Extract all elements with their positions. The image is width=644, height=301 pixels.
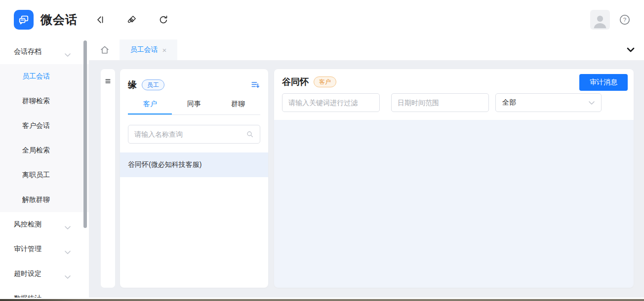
sidebar-item-resigned-employee[interactable]: 离职员工 xyxy=(0,163,89,188)
sidebar-subitem-label: 全局检索 xyxy=(22,146,50,155)
sidebar-subitem-label: 解散群聊 xyxy=(22,195,50,204)
sidebar-item-session-archive[interactable]: 会话存档 xyxy=(0,39,89,64)
contact-name: 谷同怀(微必知科技客服) xyxy=(128,160,201,169)
app-logo xyxy=(14,10,34,30)
contacts-panel-header: 缘 员工 xyxy=(128,79,260,91)
contact-list: 谷同怀(微必知科技客服) xyxy=(120,152,268,177)
keyword-filter-box xyxy=(282,93,380,112)
tabbar-chevron-down-icon[interactable] xyxy=(627,46,635,54)
contacts-panel: 缘 员工 客户 同事 群聊 谷同怀(微必知科技客服) xyxy=(120,69,268,288)
conversation-filters: 全部 xyxy=(282,93,626,112)
sidebar-item-employee-session[interactable]: 员工会话 xyxy=(0,64,89,89)
sidebar-item-risk-control[interactable]: 风控检测 xyxy=(0,212,89,237)
tab-colleagues[interactable]: 同事 xyxy=(172,100,216,114)
conversation-header: 谷同怀 客户 审计消息 全部 xyxy=(274,69,634,120)
home-icon[interactable] xyxy=(100,45,110,55)
conversation-title: 谷同怀 xyxy=(282,76,309,88)
chevron-down-icon xyxy=(65,50,71,58)
menu-fold-icon[interactable] xyxy=(105,78,111,84)
tab-customers[interactable]: 客户 xyxy=(128,100,172,114)
main-content: 缘 员工 客户 同事 群聊 谷同怀(微必知科技客服) xyxy=(89,60,644,298)
tab-employee-session[interactable]: 员工会话 × xyxy=(120,39,177,60)
keyword-filter-input[interactable] xyxy=(288,99,378,107)
sidebar-submenu-archive: 员工会话 群聊检索 客户会话 全局检索 离职员工 解散群聊 xyxy=(0,64,89,212)
sidebar-item-customer-session[interactable]: 客户会话 xyxy=(0,113,89,138)
sidebar-item-audit-management[interactable]: 审计管理 xyxy=(0,237,89,262)
user-avatar[interactable] xyxy=(590,10,610,30)
chat-bubbles-icon xyxy=(17,13,30,26)
header-toolbar xyxy=(95,15,168,25)
refresh-icon[interactable] xyxy=(159,15,168,25)
message-area xyxy=(274,120,634,288)
conversation-title-row: 谷同怀 客户 xyxy=(282,76,626,88)
select-value: 全部 xyxy=(502,98,516,107)
tab-bar: 员工会话 × xyxy=(89,39,644,60)
chevron-down-icon xyxy=(65,272,71,280)
sidebar-subitem-label: 离职员工 xyxy=(22,171,50,180)
person-icon xyxy=(592,13,608,30)
audit-message-button[interactable]: 审计消息 xyxy=(579,74,628,91)
sidebar-item-data-statistics[interactable]: 数据统计 xyxy=(0,286,89,298)
sidebar-item-label: 会话存档 xyxy=(14,47,41,56)
svg-text:?: ? xyxy=(623,17,626,23)
sidebar-scrollbar-thumb[interactable] xyxy=(83,40,87,228)
sidebar-item-dissolved-group[interactable]: 解散群聊 xyxy=(0,188,89,212)
chevron-down-icon xyxy=(65,223,71,231)
sidebar-item-group-search[interactable]: 群聊检索 xyxy=(0,89,89,113)
collapse-sidebar-icon[interactable] xyxy=(95,15,105,25)
contact-search-input[interactable] xyxy=(134,130,246,138)
list-item[interactable]: 谷同怀(微必知科技客服) xyxy=(120,152,268,177)
chevron-down-icon xyxy=(65,248,71,256)
contact-type-tabs: 客户 同事 群聊 xyxy=(128,100,260,115)
tab-label: 员工会话 xyxy=(130,45,158,54)
sidebar-item-label: 超时设定 xyxy=(14,269,41,278)
tab-group-chats[interactable]: 群聊 xyxy=(216,100,260,114)
tab-close-icon[interactable]: × xyxy=(162,46,167,54)
sort-icon[interactable] xyxy=(250,80,260,90)
sidebar-item-timeout-settings[interactable]: 超时设定 xyxy=(0,262,89,286)
message-type-select[interactable]: 全部 xyxy=(495,93,602,112)
sidebar-item-label: 审计管理 xyxy=(14,245,41,254)
employee-badge: 员工 xyxy=(142,79,164,90)
taskbar-edge xyxy=(0,299,644,301)
app-title: 微会话 xyxy=(40,12,78,28)
help-icon[interactable]: ? xyxy=(618,13,631,26)
panel-fold-strip[interactable] xyxy=(101,69,115,288)
sidebar-item-global-search[interactable]: 全局检索 xyxy=(0,138,89,163)
chevron-down-icon xyxy=(589,101,595,105)
sidebar-subitem-label: 客户会话 xyxy=(22,121,50,130)
theme-brush-icon[interactable] xyxy=(127,15,137,25)
sidebar-subitem-label: 群聊检索 xyxy=(22,97,50,106)
sidebar-item-label: 风控检测 xyxy=(14,220,41,229)
sidebar-item-label: 数据统计 xyxy=(14,294,41,298)
sidebar: 会话存档 员工会话 群聊检索 客户会话 全局检索 离职员工 解散群聊 风控检测 … xyxy=(0,39,89,298)
app-window: 微会话 xyxy=(0,0,644,301)
customer-badge: 客户 xyxy=(314,76,336,87)
app-header: 微会话 xyxy=(0,0,644,39)
sidebar-subitem-label: 员工会话 xyxy=(22,72,50,81)
date-range-box xyxy=(391,93,489,112)
conversation-panel: 谷同怀 客户 审计消息 全部 xyxy=(274,69,634,288)
contact-search-box xyxy=(128,125,260,144)
search-icon xyxy=(246,130,254,138)
date-range-input[interactable] xyxy=(398,99,487,107)
employee-name: 缘 xyxy=(128,79,137,91)
